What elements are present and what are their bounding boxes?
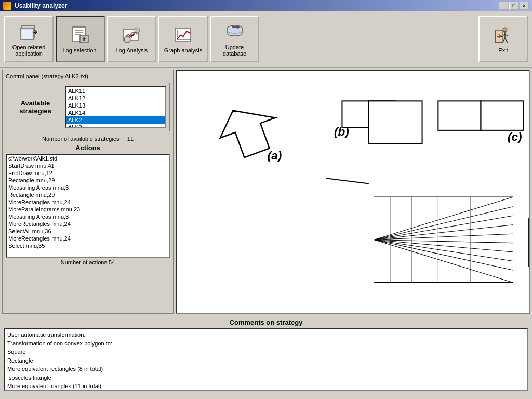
- open-related-icon: [19, 21, 39, 42]
- strategy-item-alk3[interactable]: ALK3: [66, 124, 165, 128]
- label-a: (a): [268, 149, 282, 162]
- comment-line-3: Rectangle: [7, 356, 525, 365]
- strategy-item-alk12[interactable]: ALK12: [66, 95, 165, 102]
- actions-section: Actions c:\wb\work\Alk1.std StartDraw mn…: [6, 144, 170, 265]
- update-database-label: Updatedatabase: [223, 44, 246, 57]
- comments-text[interactable]: User automatic transformation. Transform…: [4, 328, 528, 391]
- svg-line-33: [374, 197, 513, 240]
- strategies-inner: Availablestrategies ALK11 ALK12 ALK13 AL…: [9, 86, 166, 128]
- svg-rect-29: [481, 101, 524, 130]
- fan-lines-a: [374, 197, 513, 282]
- svg-point-13: [136, 29, 138, 31]
- svg-line-21: [505, 34, 508, 36]
- close-button[interactable]: ×: [520, 2, 529, 10]
- action-item-3[interactable]: Rectangle mnu,29: [7, 177, 169, 184]
- graph-analysis-label: Graph analysis: [164, 47, 202, 54]
- open-related-button[interactable]: Open relatedapplication: [4, 16, 54, 62]
- strategy-item-alk11[interactable]: ALK11: [66, 87, 165, 95]
- svg-rect-27: [369, 101, 422, 143]
- minimize-button[interactable]: _: [499, 2, 508, 10]
- comments-section: Comments on strategy User automatic tran…: [0, 316, 532, 399]
- strategy-item-alk2[interactable]: ALK2: [66, 116, 165, 124]
- log-selection-button[interactable]: Log selection.: [56, 16, 105, 62]
- exit-icon: [493, 24, 514, 45]
- comment-line-6: More equivalent triangles (11 in total): [7, 382, 525, 391]
- exit-button[interactable]: Exit: [478, 16, 528, 62]
- title-bar: Usability analyzer _ □ ×: [0, 0, 532, 11]
- strategy-item-alk13[interactable]: ALK13: [66, 102, 165, 109]
- comments-box: User automatic transformation. Transform…: [4, 328, 528, 391]
- title-bar-controls: _ □ ×: [499, 2, 529, 10]
- log-analysis-icon: [122, 24, 142, 45]
- action-item-0[interactable]: c:\wb\work\Alk1.std: [7, 155, 169, 162]
- comments-title: Comments on strategy: [4, 318, 528, 326]
- action-item-10[interactable]: SelectAll mnu,36: [7, 228, 169, 235]
- svg-line-36: [374, 225, 513, 240]
- svg-line-35: [374, 216, 513, 240]
- action-item-4[interactable]: Measuring Areas mnu,3: [7, 184, 169, 191]
- maximize-button[interactable]: □: [509, 2, 518, 10]
- action-item-8[interactable]: Measuring Areas mnu,3: [7, 213, 169, 220]
- toolbar: Open relatedapplication Log selection.: [0, 11, 532, 68]
- svg-point-18: [503, 28, 507, 32]
- svg-rect-2: [21, 29, 33, 38]
- strategies-label: Availablestrategies: [9, 99, 61, 115]
- strategies-listbox[interactable]: ALK11 ALK12 ALK13 ALK14 ALK2 ALK3: [65, 86, 166, 128]
- panel-title: Control panel (strategy ALK2.txt): [6, 73, 170, 79]
- update-database-button[interactable]: Updatedatabase: [210, 16, 259, 62]
- comment-line-2: Square: [7, 348, 525, 356]
- log-selection-icon: [70, 24, 91, 45]
- app-title: Usability analyzer: [15, 2, 67, 9]
- actions-count-row: Number of actions 54: [6, 259, 170, 265]
- graph-analysis-icon: [173, 24, 194, 45]
- action-item-6[interactable]: MoreRectangles mnu,24: [7, 198, 169, 206]
- main-content: Control panel (strategy ALK2.txt) Availa…: [0, 68, 532, 399]
- strategies-section: Availablestrategies ALK11 ALK12 ALK13 AL…: [6, 83, 170, 131]
- drawing-area: (a) (b) (c): [176, 70, 530, 314]
- action-item-11[interactable]: MoreRectangles mnu,24: [7, 235, 169, 242]
- svg-rect-28: [438, 101, 481, 130]
- actions-title: Actions: [6, 144, 170, 152]
- exit-label: Exit: [498, 47, 508, 54]
- label-b: (b): [334, 125, 349, 138]
- svg-line-41: [374, 240, 513, 270]
- label-c: (c): [508, 130, 522, 143]
- svg-line-23: [505, 38, 508, 43]
- available-count-label: Number of available strategies: [42, 136, 119, 142]
- open-related-label: Open relatedapplication: [12, 44, 46, 57]
- svg-line-30: [326, 178, 369, 183]
- action-item-12[interactable]: Select mnu,35: [7, 242, 169, 249]
- drawing-canvas: (a) (b) (c): [177, 71, 529, 313]
- comment-line-4: More equivalent rectangles (8 in total): [7, 365, 525, 374]
- content-row: Control panel (strategy ALK2.txt) Availa…: [0, 68, 532, 316]
- log-analysis-label: Log Analysis: [116, 47, 148, 54]
- action-item-7[interactable]: MoreParallelograms mnu,23: [7, 206, 169, 213]
- action-item-9[interactable]: MoreRectangles mnu,24: [7, 220, 169, 228]
- action-item-1[interactable]: StartDraw mnu,41: [7, 162, 169, 169]
- control-panel: Control panel (strategy ALK2.txt) Availa…: [2, 70, 174, 314]
- app-icon: [3, 2, 11, 10]
- update-database-icon: [224, 21, 245, 42]
- log-analysis-button[interactable]: Log Analysis: [107, 16, 156, 62]
- title-bar-left: Usability analyzer: [3, 2, 67, 10]
- actions-count-label: Number of actions 54: [61, 259, 115, 265]
- comment-line-5: Isosceles triangle: [7, 374, 525, 382]
- graph-analysis-button[interactable]: Graph analysis: [158, 16, 208, 62]
- actions-listbox[interactable]: c:\wb\work\Alk1.std StartDraw mnu,41 End…: [6, 154, 170, 258]
- log-selection-label: Log selection.: [63, 47, 98, 54]
- strategy-item-alk14[interactable]: ALK14: [66, 109, 165, 116]
- available-count-value: 11: [127, 136, 134, 142]
- comment-line-1: Transformation of non convex polygon to:: [7, 339, 525, 348]
- available-count-row: Number of available strategies 11: [6, 136, 170, 142]
- comment-line-0: User automatic transformation.: [7, 330, 525, 339]
- action-item-2[interactable]: EndDraw mnu,12: [7, 169, 169, 177]
- action-item-5[interactable]: Rectangle mnu,29: [7, 191, 169, 198]
